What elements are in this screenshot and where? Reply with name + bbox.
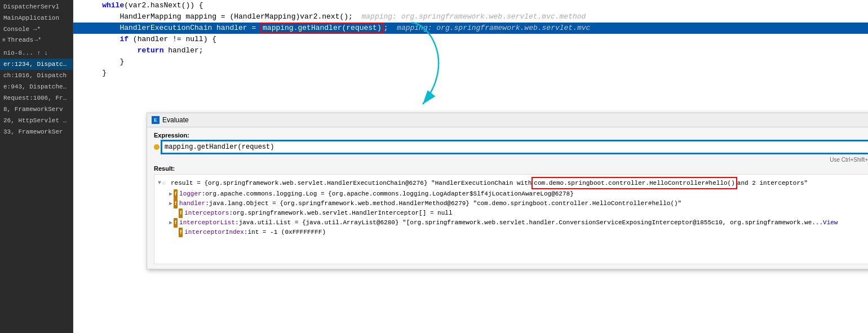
main-area: while(var2.hasNext()) { HandlerMapping m… — [73, 0, 868, 333]
code-line-1: while(var2.hasNext()) { — [73, 0, 868, 11]
code-line-5: return handler; — [73, 45, 868, 56]
frame-item-5[interactable]: 8, FrameworkServ — [0, 104, 73, 115]
interceptorlist-arrow[interactable] — [169, 218, 172, 228]
code-area: while(var2.hasNext()) { HandlerMapping m… — [73, 0, 868, 333]
handler-colon: : — [205, 199, 209, 208]
frame-item-3[interactable]: e:943, DispatcherS — [0, 81, 73, 92]
interceptorlist-name: interceptorList — [179, 218, 235, 228]
interceptorindex-name: interceptorIndex — [184, 228, 244, 237]
frame-item-7[interactable]: 33, FrameworkSer — [0, 126, 73, 137]
interceptors-f-icon: f — [179, 208, 183, 218]
result-prefix: result = {org.springframework.web.servle… — [167, 178, 532, 188]
interceptorlist-value: java.util.List = {java.util.ArrayList@62… — [239, 218, 823, 228]
expression-input[interactable] — [162, 141, 868, 153]
handler-arrow[interactable] — [169, 199, 172, 208]
logger-f-icon: f — [174, 189, 178, 199]
dialog-title: E Evaluate — [152, 116, 189, 124]
code-line-7: } — [73, 68, 868, 79]
frame-list: nio-8... ↑ ↓ er:1234, Dispatche ch:1016,… — [0, 47, 73, 137]
threads-label: Threads — [7, 37, 33, 43]
code-line-6: } — [73, 56, 868, 68]
sidebar-console[interactable]: Console →* — [0, 24, 73, 35]
dialog-titlebar: E Evaluate ✕ — [147, 113, 868, 127]
interceptors-value: org.springframework.web.servlet.HandlerI… — [233, 208, 452, 218]
interceptorlist-colon: : — [235, 218, 239, 228]
result-boxed-text: com.demo.springboot.controller.HelloCont… — [532, 177, 737, 189]
frame-item-4[interactable]: Request:1006, Fram — [0, 92, 73, 104]
frame-item-1[interactable]: er:1234, Dispatche — [0, 59, 73, 70]
tree-child-handler: f handler : java.lang.Object = {org.spri… — [158, 199, 868, 208]
tree-child-interceptorlist: f interceptorList : java.util.List = {ja… — [158, 218, 868, 228]
result-expand-arrow[interactable] — [158, 178, 161, 188]
dialog-body: Expression: Use Ctrl+Shift+Enter to add … — [147, 127, 868, 269]
dialog-title-text: Evaluate — [162, 116, 189, 124]
result-main-row: result = {org.springframework.web.servle… — [158, 177, 868, 189]
result-type-icon — [162, 178, 165, 189]
handler-name: handler — [179, 199, 205, 208]
frame-item-0[interactable]: nio-8... ↑ ↓ — [0, 47, 73, 59]
handler-value: java.lang.Object = {org.springframework.… — [209, 199, 681, 208]
sidebar-threads[interactable]: ≡ Threads →* — [0, 35, 73, 45]
logger-colon: : — [202, 189, 206, 199]
result-suffix: and 2 interceptors" — [737, 178, 808, 188]
dialog-icon: E — [152, 116, 160, 124]
tree-child-interceptors: f interceptors : org.springframework.web… — [158, 208, 868, 218]
sidebar-item-main[interactable]: MainApplication — [0, 12, 73, 24]
code-line-4: if (handler != null) { — [73, 34, 868, 45]
interceptorlist-f-icon: f — [174, 218, 178, 228]
sidebar: DispatcherServl MainApplication Console … — [0, 0, 73, 333]
evaluate-dialog: E Evaluate ✕ Expression: Use Ctrl+Shift+… — [147, 113, 868, 269]
expression-hint: Use Ctrl+Shift+Enter to add to Watches — [154, 157, 868, 163]
tree-child-logger: f logger : org.apache.commons.logging.Lo… — [158, 189, 868, 199]
threads-icon: ≡ — [2, 37, 6, 43]
expression-input-row — [154, 141, 868, 153]
interceptors-empty-arrow — [169, 208, 176, 218]
code-line-3: HandlerExecutionChain handler = mapping.… — [73, 23, 868, 34]
logger-value: org.apache.commons.logging.Log = {org.ap… — [205, 189, 574, 199]
interceptorindex-colon: : — [244, 228, 248, 237]
handler-f-icon: f — [174, 199, 178, 208]
logger-name: logger — [179, 189, 202, 199]
interceptorindex-empty-arrow — [169, 228, 176, 237]
expr-dot-indicator — [154, 144, 160, 150]
interceptorlist-view-link[interactable]: View — [823, 218, 838, 228]
code-line-2: HandlerMapping mapping = (HandlerMapping… — [73, 11, 868, 23]
result-tree: result = {org.springframework.web.servle… — [154, 174, 868, 264]
frame-item-6[interactable]: 26, HttpServlet (ja — [0, 115, 73, 126]
sidebar-item-dispatcher[interactable]: DispatcherServl — [0, 1, 73, 12]
logger-arrow[interactable] — [169, 189, 172, 199]
tree-child-interceptorindex: f interceptorIndex : int = -1 (0xFFFFFFF… — [158, 228, 868, 237]
expression-label: Expression: — [154, 132, 868, 139]
result-label: Result: — [154, 165, 868, 172]
interceptorindex-f-icon: f — [179, 228, 183, 237]
interceptorindex-value: int = -1 (0xFFFFFFFF) — [247, 228, 326, 237]
frame-item-2[interactable]: ch:1016, Dispatch — [0, 70, 73, 81]
interceptors-colon: : — [229, 208, 233, 218]
interceptors-name: interceptors — [184, 208, 229, 218]
